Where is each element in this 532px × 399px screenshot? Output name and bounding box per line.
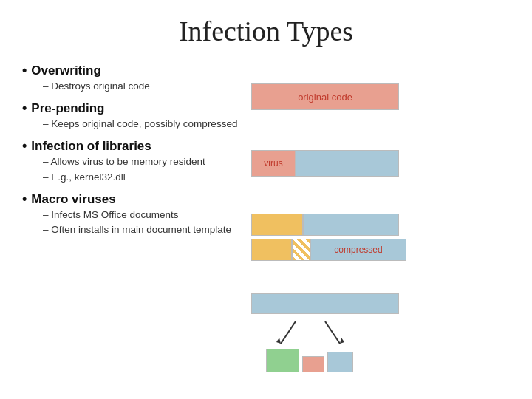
- bullet-macro: • Macro viruses – Infects MS Office docu…: [22, 192, 244, 238]
- bar-original-code: original code: [251, 83, 399, 110]
- bullet-prepending: • Pre-pending – Keeps original code, pos…: [22, 101, 244, 132]
- diagram-libraries: compressed: [251, 208, 510, 267]
- bullet-dot-2: •: [22, 101, 27, 115]
- bullet-sub-macro-2: – Often installs in main document templa…: [22, 223, 244, 237]
- diagram-overwriting: original code: [251, 75, 510, 119]
- bullet-list: • Overwriting – Destroys original code •…: [22, 61, 244, 384]
- bar-original-right: [296, 150, 399, 177]
- bar-virus: virus: [251, 150, 296, 177]
- bullet-label-macro: Macro viruses: [31, 192, 115, 207]
- svg-line-2: [325, 321, 340, 344]
- bar-hatched: [292, 239, 310, 261]
- diag4-container: [251, 292, 510, 373]
- slide-title: Infection Types: [22, 15, 510, 47]
- bullet-dot-3: •: [22, 139, 27, 152]
- arrows-svg: [251, 321, 399, 347]
- content-area: • Overwriting – Destroys original code •…: [22, 61, 510, 384]
- doc-green: [266, 349, 299, 372]
- bullet-main-macro: • Macro viruses: [22, 192, 244, 207]
- diag2-container: virus: [251, 150, 510, 177]
- bullet-dot-4: •: [22, 192, 27, 205]
- doc-blue: [327, 352, 353, 372]
- bullet-sub-libraries-1: – Allows virus to be memory resident: [22, 155, 244, 169]
- diagram-macro: [251, 289, 510, 370]
- diag3-container: compressed: [251, 214, 510, 261]
- bullet-overwriting: • Overwriting – Destroys original code: [22, 64, 244, 94]
- bullet-sub-overwriting: – Destroys original code: [22, 80, 244, 94]
- diag1-container: original code: [251, 83, 510, 110]
- diag4-docs: [266, 349, 353, 372]
- bullet-label-prepending: Pre-pending: [31, 101, 104, 116]
- svg-marker-1: [276, 338, 281, 344]
- bar-lib-orange-top: [251, 214, 303, 236]
- doc-salmon: [302, 356, 324, 372]
- bullet-label-libraries: Infection of libraries: [31, 139, 151, 154]
- bullet-sub-macro-1: – Infects MS Office documents: [22, 208, 244, 222]
- bar-lib-blue-top: [303, 214, 399, 236]
- diag3-bottom: compressed: [251, 239, 406, 261]
- bullet-sub-libraries-2: – E.g., kernel32.dll: [22, 171, 244, 185]
- bullet-main-prepending: • Pre-pending: [22, 101, 244, 116]
- bullet-sub-prepending: – Keeps original code, possibly compress…: [22, 117, 244, 132]
- diag4-top-bar: [251, 293, 399, 314]
- bullet-dot: •: [22, 64, 27, 77]
- svg-line-0: [281, 321, 296, 344]
- diag3-top: [251, 214, 399, 236]
- bullet-main-libraries: • Infection of libraries: [22, 139, 244, 154]
- diagram-area: original code virus: [251, 61, 510, 384]
- svg-marker-3: [340, 338, 344, 344]
- bullet-label-overwriting: Overwriting: [31, 64, 100, 78]
- diagram-prepending: virus: [251, 141, 510, 185]
- slide: Infection Types • Overwriting – Destroys…: [0, 0, 532, 399]
- bar-compressed: compressed: [310, 239, 406, 261]
- bar-lib-orange-bottom: [251, 239, 292, 261]
- bullet-main-overwriting: • Overwriting: [22, 64, 244, 78]
- bullet-libraries: • Infection of libraries – Allows virus …: [22, 139, 244, 185]
